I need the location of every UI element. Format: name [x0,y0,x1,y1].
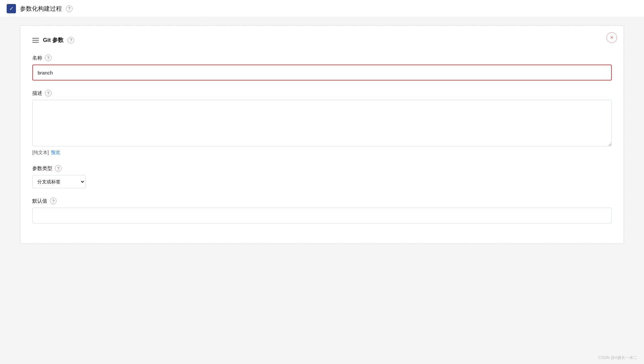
plain-text-label: [纯文本] [32,150,49,156]
default-val-input[interactable] [32,208,612,224]
param-type-help-icon[interactable]: ? [55,165,62,172]
preview-bar: [纯文本] 预览 [32,150,612,156]
card-help-icon[interactable]: ? [68,37,74,44]
param-type-label: 参数类型 ? [32,165,612,172]
default-val-section: 默认值 ? [32,198,612,224]
name-section: 名称 ? [32,55,612,81]
param-type-section: 参数类型 ? 分支或标签 分支 标签 版本 修订版本 [32,165,612,188]
git-params-card: Git 参数 ? × 名称 ? 描述 ? [20,25,624,244]
watermark: CSDN @A腿长一米二 [598,355,637,361]
param-type-select[interactable]: 分支或标签 分支 标签 版本 修订版本 [32,175,85,188]
card-header: Git 参数 ? [32,36,612,44]
card-title: Git 参数 [43,36,64,44]
desc-help-icon[interactable]: ? [45,90,52,96]
preview-link[interactable]: 预览 [51,150,60,156]
page-title-help-icon[interactable]: ? [66,5,73,12]
close-button[interactable]: × [606,32,617,43]
name-help-icon[interactable]: ? [45,55,52,61]
name-label: 名称 ? [32,55,612,61]
default-val-help-icon[interactable]: ? [50,198,57,204]
main-content: Git 参数 ? × 名称 ? 描述 ? [0,17,644,252]
menu-icon[interactable] [32,38,39,43]
checkbox-icon[interactable]: ✓ [7,4,16,13]
desc-label: 描述 ? [32,90,612,96]
name-input[interactable] [32,65,612,81]
top-bar: ✓ 参数化构建过程 ? [0,0,644,17]
page-title: 参数化构建过程 [20,5,62,13]
desc-textarea[interactable] [32,100,612,146]
default-val-label: 默认值 ? [32,198,612,204]
desc-section: 描述 ? [纯文本] 预览 [32,90,612,156]
